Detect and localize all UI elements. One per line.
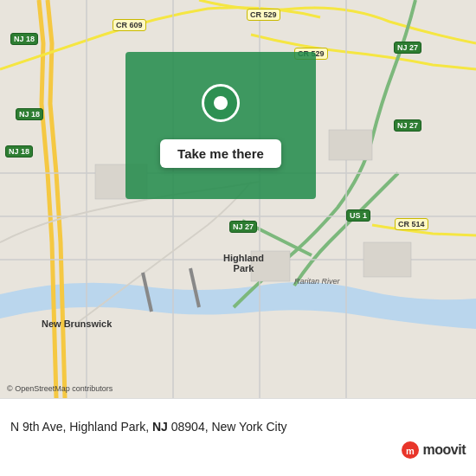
moovit-logo: m moovit xyxy=(401,441,466,460)
road-label-nj27a: NJ 27 xyxy=(394,42,421,54)
road-label-nj18b: NJ 18 xyxy=(16,108,43,120)
place-label-new-brunswick: New Brunswick xyxy=(42,318,112,329)
road-label-nj27b: NJ 27 xyxy=(229,221,257,233)
map-area: CR 609 CR 529 CR 529 NJ 18 NJ 18 NJ 18 N… xyxy=(0,0,476,398)
moovit-text: moovit xyxy=(423,442,466,458)
bottom-info-bar: N 9th Ave, Highland Park, NJ 08904, New … xyxy=(0,398,476,476)
take-me-there-button[interactable]: Take me there xyxy=(160,139,281,168)
app-container: CR 609 CR 529 CR 529 NJ 18 NJ 18 NJ 18 N… xyxy=(0,0,476,476)
place-label-highland-park: HighlandPark xyxy=(223,253,264,273)
svg-rect-12 xyxy=(363,242,411,277)
pin-inner-dot xyxy=(214,96,228,110)
road-label-cr514: CR 514 xyxy=(395,218,428,230)
road-label-us1: US 1 xyxy=(346,209,370,222)
address-prefix: N 9th Ave, Highland Park, xyxy=(10,420,152,434)
address-text: N 9th Ave, Highland Park, NJ 08904, New … xyxy=(10,419,466,436)
road-label-nj27c: NJ 27 xyxy=(394,119,421,132)
map-overlay: Take me there xyxy=(125,52,316,199)
address-city: , New York City xyxy=(205,420,287,434)
location-pin-icon xyxy=(202,84,240,129)
address-state: NJ xyxy=(152,420,168,434)
address-zip: 08904 xyxy=(168,420,205,434)
road-label-cr529a: CR 529 xyxy=(247,9,280,21)
road-label-nj18a: NJ 18 xyxy=(10,33,38,45)
road-label-cr609: CR 609 xyxy=(113,19,146,31)
svg-rect-11 xyxy=(329,130,372,160)
svg-text:m: m xyxy=(406,446,415,456)
place-label-raritan-river: Raritan River xyxy=(294,277,340,286)
moovit-logo-icon: m xyxy=(401,441,420,460)
map-copyright: © OpenStreetMap contributors xyxy=(7,384,113,393)
road-label-nj18c: NJ 18 xyxy=(5,145,33,158)
